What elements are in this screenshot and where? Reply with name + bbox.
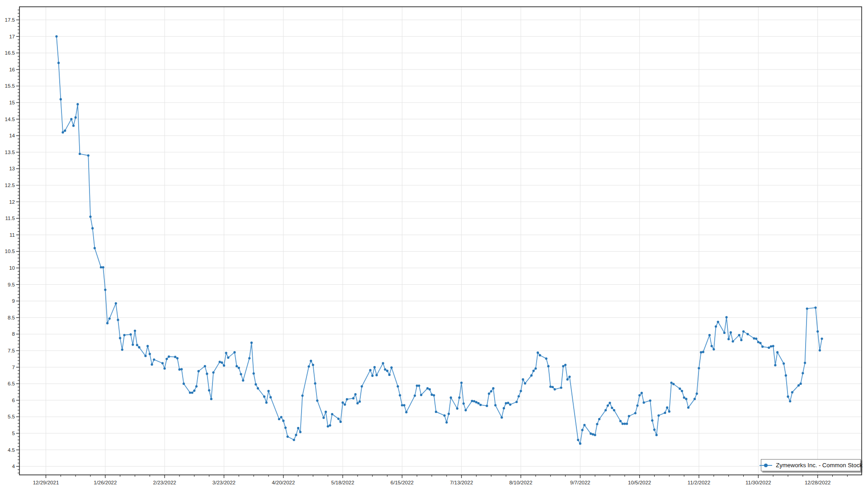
legend-line-marker-icon <box>759 463 773 468</box>
data-point <box>448 413 450 415</box>
data-point <box>494 404 496 406</box>
data-point <box>168 356 170 358</box>
data-point <box>191 391 193 394</box>
data-point <box>490 390 492 392</box>
data-point <box>693 398 696 400</box>
data-point <box>371 375 373 377</box>
y-tick-label: 12.5 <box>5 183 15 188</box>
data-point <box>206 373 208 375</box>
data-point <box>492 387 495 389</box>
data-point <box>696 393 698 395</box>
data-point <box>636 404 638 407</box>
data-point <box>263 395 265 398</box>
data-point <box>473 400 475 402</box>
y-tick-label: 15.5 <box>5 83 15 89</box>
y-tick-label: 17.5 <box>5 17 15 23</box>
data-point <box>153 358 155 361</box>
data-point <box>198 370 200 372</box>
data-point <box>384 368 386 371</box>
y-tick-label: 11.5 <box>5 216 15 221</box>
data-point <box>178 368 180 371</box>
x-tick-label: 10/5/2022 <box>628 480 651 485</box>
data-point <box>278 418 280 420</box>
data-point <box>136 344 138 346</box>
data-point <box>161 362 164 364</box>
data-point <box>471 400 473 402</box>
data-point <box>115 302 117 305</box>
data-point <box>651 419 653 422</box>
data-point <box>299 431 302 433</box>
data-point <box>250 342 253 344</box>
data-point <box>730 331 732 333</box>
data-point <box>293 439 295 441</box>
x-tick-label: 9/7/2022 <box>570 480 590 485</box>
x-tick-label: 3/23/2022 <box>212 480 236 485</box>
data-point <box>806 307 808 310</box>
data-point <box>146 345 149 347</box>
data-point <box>783 362 785 365</box>
data-point <box>346 398 348 400</box>
data-point <box>456 408 458 410</box>
chart-window: { "legend": { "label": "Zymeworks Inc. -… <box>0 0 868 488</box>
data-point <box>664 412 666 414</box>
data-point <box>269 396 272 399</box>
data-point <box>390 366 392 369</box>
data-point <box>577 439 579 441</box>
data-point <box>183 383 185 385</box>
data-point <box>581 429 584 431</box>
data-point <box>225 352 227 354</box>
data-point <box>401 404 403 406</box>
data-point <box>119 337 121 339</box>
data-point <box>509 404 511 406</box>
y-tick-label: 6 <box>12 398 15 403</box>
data-point <box>488 393 490 395</box>
data-point <box>503 407 505 409</box>
data-point <box>592 433 594 436</box>
data-point <box>121 348 123 351</box>
y-tick-label: 7.5 <box>8 348 15 353</box>
data-point <box>537 352 539 354</box>
data-point <box>685 398 687 400</box>
data-point <box>221 361 223 364</box>
data-point <box>420 394 422 396</box>
y-tick-label: 10.5 <box>5 249 15 254</box>
data-point <box>619 420 622 422</box>
data-point <box>108 317 111 319</box>
data-point <box>174 356 176 358</box>
data-point <box>149 353 151 355</box>
data-point <box>518 395 520 397</box>
data-point <box>609 402 611 404</box>
data-point <box>87 155 90 157</box>
data-point <box>106 322 108 324</box>
data-point <box>746 333 749 335</box>
y-tick-label: 16.5 <box>5 50 15 56</box>
data-point <box>772 345 774 347</box>
data-point <box>679 388 681 390</box>
data-point <box>712 348 715 351</box>
price-series <box>55 35 823 445</box>
data-point <box>396 385 399 388</box>
data-point <box>342 401 344 404</box>
data-point <box>520 390 522 392</box>
legend[interactable]: Zymeworks Inc. - Common Stock <box>761 459 861 471</box>
data-point <box>477 402 480 404</box>
data-point <box>549 385 552 388</box>
data-point <box>165 358 168 360</box>
data-point <box>545 357 547 360</box>
data-point <box>607 404 609 407</box>
data-point <box>552 386 554 388</box>
data-point <box>72 125 75 127</box>
x-tick-label: 12/28/2022 <box>805 480 831 485</box>
data-point <box>738 334 741 336</box>
y-tick-label: 8.5 <box>8 315 15 320</box>
data-point <box>257 387 259 389</box>
data-point <box>802 372 804 374</box>
y-tick-label: 5.5 <box>8 414 15 419</box>
data-point <box>672 383 675 385</box>
data-point <box>227 357 229 359</box>
data-point <box>117 319 119 321</box>
y-tick-label: 9.5 <box>8 282 15 287</box>
y-tick-label: 6.5 <box>8 381 15 386</box>
data-point <box>450 396 452 399</box>
data-point <box>340 421 342 423</box>
